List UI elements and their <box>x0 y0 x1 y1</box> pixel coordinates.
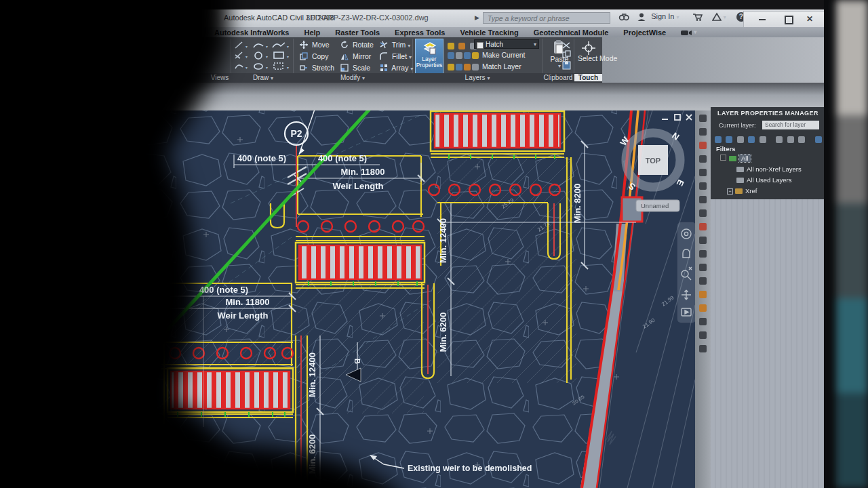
toolbar-icon-1[interactable] <box>699 115 707 122</box>
sign-in-caret-icon[interactable]: ▾ <box>676 14 679 20</box>
viewcube-top-face[interactable]: TOP <box>646 157 660 165</box>
menu-express-tools[interactable]: Express Tools <box>395 28 445 37</box>
settings-icon[interactable] <box>798 136 805 143</box>
layer-color-swatch <box>477 42 484 49</box>
layer-properties-label: Layer Properties <box>416 56 443 68</box>
toolbar-icon-7[interactable] <box>699 196 707 203</box>
delete-layer-icon[interactable] <box>760 136 766 143</box>
toolbar-icon-10[interactable] <box>699 237 707 244</box>
fillet-button[interactable]: Fillet ▾ <box>380 52 412 60</box>
menu-raster-tools[interactable]: Raster Tools <box>335 28 380 37</box>
new-group-filter-icon[interactable] <box>726 136 732 143</box>
menu-infraworks[interactable]: Autodesk InfraWorks <box>214 28 289 37</box>
toolbar-icon-17[interactable] <box>699 331 707 339</box>
layer-dropdown[interactable]: Hatch ▾ <box>474 39 539 49</box>
toolbar-icon-3[interactable] <box>699 142 707 149</box>
svg-text:Weir Length: Weir Length <box>333 181 384 191</box>
toolbar-icon-8[interactable] <box>699 209 707 217</box>
scale-button[interactable]: Scale <box>340 64 370 72</box>
lpm-tree-non-xref[interactable]: All non-Xref Layers <box>736 165 802 173</box>
lpm-title: LAYER PROPERTIES MANAGER <box>717 110 818 117</box>
search-binoculars-icon[interactable] <box>618 12 629 22</box>
draw-panel-label[interactable]: Draw ▾ <box>233 74 293 81</box>
svg-text:Min. 11800: Min. 11800 <box>340 167 384 177</box>
new-property-filter-icon[interactable] <box>715 136 722 143</box>
toolbar-icon-5[interactable] <box>699 169 707 176</box>
layer-thaw-icon[interactable] <box>458 43 465 49</box>
set-current-icon[interactable] <box>776 136 783 143</box>
drawing-canvas[interactable]: P2 400 (note 5) 400 (note 5) Min. 11800 … <box>136 110 695 488</box>
trim-button[interactable]: Trim ▾ <box>380 41 410 49</box>
isolate-icon[interactable] <box>815 136 822 143</box>
keyword-search-input[interactable]: Type a keyword or phrase <box>483 12 610 24</box>
toolbar-icon-14[interactable] <box>699 291 707 298</box>
search-history-icon[interactable]: ▶ <box>475 14 479 21</box>
app-store-cart-icon[interactable] <box>692 12 703 22</box>
match-layer-button[interactable]: Match Layer <box>482 62 521 70</box>
navigation-bar[interactable] <box>677 222 695 323</box>
toolbar-icon-12[interactable] <box>699 264 707 271</box>
layers-panel-label[interactable]: Layers ▾ <box>412 74 542 81</box>
layer-properties-manager: LAYER PROPERTIES MANAGER Current layer: … <box>711 107 824 488</box>
autodesk-360-icon[interactable] <box>712 12 722 22</box>
select-mode-button[interactable]: Select Mode <box>578 41 601 62</box>
touch-panel-label[interactable]: Touch <box>574 74 602 81</box>
toolbar-icon-13[interactable] <box>699 277 707 285</box>
minimize-button[interactable] <box>759 19 766 20</box>
toolbar-icon-2[interactable] <box>699 128 707 136</box>
toolbar-icon-6[interactable] <box>699 182 707 190</box>
user-icon[interactable] <box>637 12 646 22</box>
stretch-button[interactable]: Stretch <box>300 64 334 72</box>
menu-extra-caret-icon[interactable]: ▾ <box>694 29 696 35</box>
layer-on-icon[interactable] <box>448 43 454 49</box>
room-above-monitor <box>0 0 836 9</box>
svg-text:▾: ▾ <box>287 66 289 70</box>
file-name: LFD-ARP-Z3-W2-DR-CX-03002.dwg <box>307 14 429 22</box>
toolbar-icon-15[interactable] <box>699 304 707 312</box>
toolbar-icon-9[interactable] <box>699 223 707 230</box>
draw-panel-tools[interactable]: ▾▾▾ ▾▾▾ ▾▾▾ <box>233 40 292 71</box>
window-controls: ✕ <box>743 11 825 28</box>
menu-extra-icon[interactable] <box>681 29 692 36</box>
lpm-search-input[interactable]: Search for layer <box>762 121 819 129</box>
close-button[interactable]: ✕ <box>806 14 813 24</box>
p2-label: P2 <box>290 128 302 139</box>
lpm-tree-xref[interactable]: +Xref <box>727 187 757 195</box>
toolbar-icon-18[interactable] <box>699 345 707 352</box>
lpm-tree-all[interactable]: All <box>720 155 751 162</box>
layer-properties-button[interactable]: Layer Properties <box>415 39 443 74</box>
restore-button[interactable] <box>785 16 793 24</box>
sign-in-button[interactable]: Sign In <box>651 12 674 20</box>
svg-text:▾: ▾ <box>266 66 268 70</box>
layer-states-icon[interactable] <box>737 136 744 143</box>
move-button[interactable]: Move <box>300 41 330 49</box>
clipboard-mini-icons[interactable] <box>561 41 572 71</box>
layer-dropdown-caret-icon[interactable]: ▾ <box>534 40 536 49</box>
expand-icon: + <box>727 188 733 195</box>
lpm-tree-used[interactable]: All Used Layers <box>736 176 792 184</box>
new-layer-icon[interactable] <box>748 136 755 143</box>
menu-projectwise[interactable]: ProjectWise <box>623 28 666 37</box>
refresh-icon[interactable] <box>787 136 794 143</box>
menu-geotechnical[interactable]: Geotechnical Module <box>534 28 609 37</box>
clipboard-panel-label[interactable]: Clipboard <box>542 74 574 81</box>
copy-button[interactable]: Copy <box>300 52 328 60</box>
viewport-tooltip: Unnamed <box>636 200 679 211</box>
menu-vehicle-tracking[interactable]: Vehicle Tracking <box>460 28 518 37</box>
rotate-button[interactable]: Rotate <box>340 41 374 49</box>
mirror-button[interactable]: Mirror <box>340 52 371 60</box>
toolbar-icon-16[interactable] <box>699 318 707 325</box>
svg-text:Min. 6200: Min. 6200 <box>438 312 448 352</box>
monitor-bezel <box>824 0 836 488</box>
svg-text:Unnamed: Unnamed <box>641 202 669 209</box>
lpm-layer-list-area[interactable] <box>711 199 824 488</box>
views-panel-label[interactable]: Views <box>206 74 233 81</box>
ribbon-panel-labels: Views Draw ▾ Modify ▾ Layers ▾ Clipboard… <box>136 73 602 83</box>
array-button[interactable]: Array ▾ <box>380 64 413 72</box>
toolbar-icon-11[interactable] <box>699 250 707 258</box>
make-current-button[interactable]: Make Current <box>482 51 526 59</box>
toolbar-icon-4[interactable] <box>699 155 707 163</box>
menu-help[interactable]: Help <box>304 28 320 37</box>
modify-panel-label[interactable]: Modify ▾ <box>293 74 412 81</box>
autodesk-360-caret-icon[interactable]: ▾ <box>724 14 726 20</box>
